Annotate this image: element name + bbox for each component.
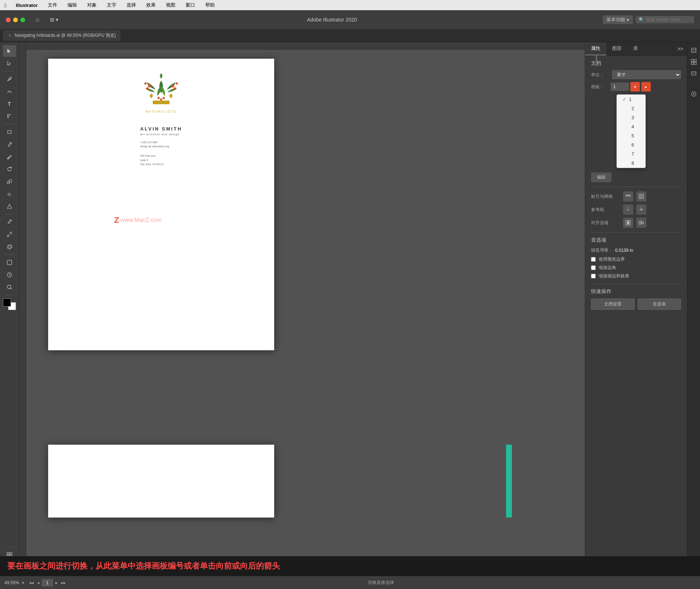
panel-icon-4[interactable] [689, 89, 699, 99]
svg-rect-48 [627, 222, 629, 224]
menu-effects[interactable]: 效果 [144, 1, 158, 9]
tab-label: Navigating Artboards.ai @ 49.55% (RGB/GP… [15, 32, 116, 39]
scale-tool[interactable] [3, 176, 16, 187]
document-settings-button[interactable]: 文档设置 [591, 299, 635, 310]
rectangle-tool[interactable] [3, 126, 16, 138]
home-button[interactable]: ⌂ [32, 15, 43, 25]
align-to-artboard-icon[interactable] [623, 218, 633, 228]
keyboard-label: 键盘增量： [591, 247, 613, 253]
first-page-button[interactable]: ◂◂ [28, 580, 35, 585]
menu-help[interactable]: 帮助 [203, 1, 217, 9]
guides-label: 参考线 [591, 207, 620, 213]
panel-icon-2[interactable] [689, 57, 699, 67]
menu-file[interactable]: 文件 [46, 1, 59, 9]
fill-color[interactable] [3, 299, 11, 307]
panel-icon-3[interactable] [689, 69, 699, 79]
menu-bar:  Illustrator 文件 编辑 对象 文字 选择 效果 视图 窗口 帮助 [0, 0, 700, 10]
paintbrush-tool[interactable] [3, 151, 16, 163]
menu-text[interactable]: 文字 [105, 1, 118, 9]
type-tool[interactable]: T [3, 98, 16, 110]
blend-tool[interactable] [3, 229, 16, 240]
next-page-button[interactable]: ▸ [54, 580, 59, 585]
scale-strokes-checkbox[interactable] [591, 274, 596, 278]
dropdown-item-7[interactable]: 7 [617, 149, 645, 159]
artboard-2 [48, 445, 274, 518]
guides-lock-icon[interactable] [636, 204, 646, 215]
unit-select[interactable]: 英寸 毫米 像素 [612, 70, 681, 79]
scale-corners-checkbox[interactable] [591, 265, 596, 270]
curvature-tool[interactable] [3, 86, 16, 97]
contact-info: 1 555 123 4567 design @ naturalistco.org [140, 140, 182, 148]
last-page-button[interactable]: ▸▸ [60, 580, 67, 585]
dropdown-item-2[interactable]: 2 [617, 104, 645, 113]
artboard-dropdown-button[interactable]: ▾ [630, 82, 640, 91]
svg-rect-55 [691, 59, 693, 62]
workspace-selector[interactable]: 基本功能 ▾ [603, 15, 633, 24]
workspace-grid-icon: ⊞ [50, 17, 54, 23]
shape-builder-tool[interactable] [3, 241, 16, 253]
fill-stroke-colors[interactable] [3, 299, 16, 310]
menu-object[interactable]: 对象 [85, 1, 99, 9]
search-input[interactable] [646, 17, 690, 22]
direct-select-tool[interactable] [3, 58, 16, 69]
dropdown-item-5[interactable]: 5 [617, 131, 645, 140]
toolbar-separator-3 [4, 214, 15, 214]
page-nav-area: ◂◂ ◂ ▸ ▸▸ [28, 579, 67, 586]
svg-rect-29 [153, 101, 170, 104]
artboard-tool[interactable] [3, 257, 16, 268]
rotate-tool[interactable] [3, 163, 16, 175]
tab-library[interactable]: 库 [627, 42, 644, 55]
pen-tool[interactable] [3, 73, 16, 85]
scale-corners-row: 缩放边角 [591, 265, 681, 271]
divider-3 [591, 284, 681, 284]
minimize-button[interactable] [13, 17, 18, 22]
preview-bounds-checkbox[interactable] [591, 257, 596, 262]
edit-artboard-button[interactable]: 编辑 [591, 172, 611, 182]
pencil-tool[interactable] [3, 139, 16, 150]
prev-page-button[interactable]: ◂ [36, 580, 40, 585]
align-to-selection-icon[interactable] [636, 218, 646, 228]
watermark-text: www.MacZ.com [120, 217, 162, 223]
tab-close-button[interactable]: × [7, 33, 12, 38]
menu-view[interactable]: 视图 [164, 1, 178, 9]
dropdown-item-6[interactable]: 6 [617, 140, 645, 149]
rotate-view-tool[interactable] [3, 269, 16, 281]
document-tab[interactable]: × Navigating Artboards.ai @ 49.55% (RGB/… [3, 30, 120, 41]
artboard-number-input[interactable] [611, 83, 629, 91]
menu-select[interactable]: 选择 [124, 1, 138, 9]
dropdown-item-3[interactable]: 3 [617, 113, 645, 122]
workspace-layout-button[interactable]: ⊞ ▾ [47, 15, 61, 24]
dropdown-item-4[interactable]: 4 [617, 122, 645, 131]
grid-icon[interactable] [636, 191, 646, 202]
tab-layers[interactable]: 图层 [606, 42, 627, 55]
app-name[interactable]: Illustrator [13, 2, 40, 9]
free-transform-tool[interactable] [3, 200, 16, 212]
maximize-button[interactable] [20, 17, 25, 22]
status-text: 切换直接选择 [70, 580, 693, 586]
preferences-button[interactable]: 首选项 [638, 299, 681, 310]
eyedropper-tool[interactable] [3, 216, 16, 228]
dropdown-item-8[interactable]: 8 [617, 159, 645, 168]
canvas-area[interactable]: NATURALISTS ALVIN SMITH Art direction an… [19, 42, 585, 576]
menu-edit[interactable]: 编辑 [65, 1, 79, 9]
rulers-icon[interactable] [623, 191, 633, 202]
arc-tool[interactable] [3, 110, 16, 122]
tab-properties[interactable]: 属性 [585, 42, 606, 55]
panel-more-button[interactable]: >> [674, 43, 687, 55]
naturalists-label: NATURALISTS [146, 110, 176, 113]
artboard-1: NATURALISTS ALVIN SMITH Art direction an… [48, 59, 274, 350]
search-box[interactable]: 🔍 [636, 16, 694, 23]
panel-icon-1[interactable] [689, 45, 699, 55]
zoom-tool[interactable] [3, 281, 16, 293]
page-number-input[interactable] [42, 579, 53, 586]
guides-icon[interactable] [623, 204, 633, 215]
menu-window[interactable]: 窗口 [183, 1, 197, 9]
unit-row: 单位： 英寸 毫米 像素 [591, 70, 681, 79]
select-tool[interactable] [3, 45, 16, 57]
warp-tool[interactable] [3, 188, 16, 200]
apple-menu[interactable]:  [4, 2, 6, 8]
artboard-next-button[interactable]: ▸ [641, 82, 651, 91]
zoom-dropdown-button[interactable]: ▾ [21, 580, 25, 585]
close-button[interactable] [6, 17, 11, 22]
dropdown-item-1[interactable]: ✓ 1 [617, 95, 645, 104]
